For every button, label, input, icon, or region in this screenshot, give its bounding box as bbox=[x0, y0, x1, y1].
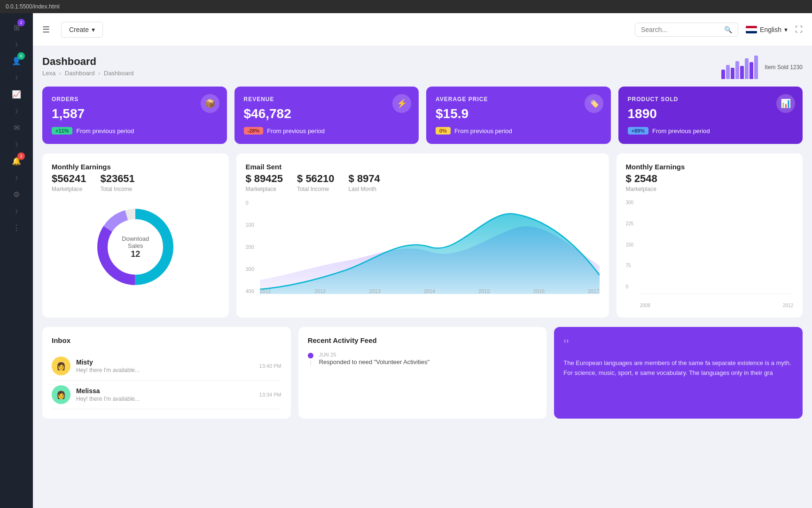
stat-card-revenue: REVENUE $46,782 ⚡ -28% From previous per… bbox=[234, 87, 419, 144]
sidebar-icon-home[interactable]: ⊞ 2 bbox=[7, 18, 26, 37]
bar-chart-bars bbox=[640, 200, 794, 294]
donut-label: Download Sales bbox=[114, 235, 156, 249]
search-icon: 🔍 bbox=[724, 26, 732, 33]
sidebar-icon-settings[interactable]: ⚙ bbox=[7, 185, 26, 204]
language-label: English bbox=[760, 26, 781, 33]
sidebar-icon-bell[interactable]: 🔔 2 bbox=[7, 151, 26, 170]
activity-dot-1 bbox=[308, 353, 313, 358]
area-chart-container: 400 300 200 100 0 bbox=[246, 200, 600, 308]
avg-price-label: AVERAGE PRICE bbox=[436, 96, 601, 103]
email-total-income-value: $ 56210 bbox=[297, 173, 335, 185]
page-content: Dashboard Lexa › Dashboard › Dashboard bbox=[33, 46, 812, 508]
bar-y-300: 300 bbox=[626, 200, 639, 205]
orders-label: ORDERS bbox=[52, 96, 218, 103]
search-box: 🔍 bbox=[635, 23, 738, 37]
activity-content-1: JUN 25 Responded to need "Volunteer Acti… bbox=[319, 352, 429, 365]
breadcrumb-level2[interactable]: Dashboard bbox=[104, 70, 134, 77]
quote-panel: " The European languages are members of … bbox=[554, 327, 803, 419]
hamburger-menu-icon[interactable]: ☰ bbox=[42, 24, 50, 35]
sidebar-icon-more[interactable]: ⋮ bbox=[7, 218, 26, 237]
x-label-2011: 2011 bbox=[260, 288, 271, 294]
bar-y-225: 225 bbox=[626, 221, 639, 226]
inbox-item-melissa[interactable]: 👩 Melissa Hey! there I'm available... 13… bbox=[52, 381, 281, 409]
sidebar-badge-purple: 2 bbox=[17, 19, 25, 26]
sidebar-icon-mail[interactable]: ✉ bbox=[7, 118, 26, 137]
inbox-name-melissa: Melissa bbox=[76, 387, 254, 395]
browser-url: 0.0.1:5500/index.html bbox=[6, 3, 60, 10]
x-label-2014: 2014 bbox=[424, 288, 435, 294]
avg-price-badge: 0% bbox=[436, 127, 451, 135]
avg-price-footer: 0% From previous period bbox=[436, 127, 601, 135]
breadcrumb-sep-2: › bbox=[98, 70, 100, 77]
y-label-200: 200 bbox=[246, 244, 260, 250]
y-label-300: 300 bbox=[246, 266, 260, 272]
activity-timeline bbox=[308, 352, 313, 365]
inbox-title: Inbox bbox=[52, 336, 281, 344]
orders-icon: 📦 bbox=[201, 94, 219, 113]
breadcrumb-sep-1: › bbox=[59, 70, 61, 77]
inbox-time-misty: 13:40 PM bbox=[259, 363, 281, 369]
mini-bar-2 bbox=[726, 65, 730, 79]
flag-icon bbox=[746, 26, 757, 33]
search-input[interactable] bbox=[641, 26, 720, 33]
sidebar-icon-users[interactable]: 👤 6 bbox=[7, 51, 26, 70]
inbox-msg-misty: Hey! there I'm available... bbox=[76, 367, 254, 373]
page-title: Dashboard bbox=[42, 56, 134, 68]
inbox-item-misty[interactable]: 👩 Misty Hey! there I'm available... 13:4… bbox=[52, 352, 281, 381]
y-label-0: 0 bbox=[246, 200, 260, 206]
area-chart-area: 2011 2012 2013 2014 2015 2016 2017 bbox=[260, 200, 600, 294]
stat-cards-container: ORDERS 1,587 📦 +11% From previous period… bbox=[42, 87, 803, 144]
breadcrumb: Lexa › Dashboard › Dashboard bbox=[42, 70, 134, 77]
inbox-panel: Inbox 👩 Misty Hey! there I'm available..… bbox=[42, 327, 291, 419]
item-sold-label: Item Sold 1230 bbox=[765, 64, 803, 71]
monthly-earnings-right-stats: $ 2548 Marketplace bbox=[626, 173, 794, 192]
monthly-earnings-title: Monthly Earnings bbox=[52, 163, 219, 171]
mini-bar-chart bbox=[721, 56, 758, 79]
sidebar-chevron-6: ❯ bbox=[0, 206, 33, 215]
email-marketplace-label: Marketplace bbox=[246, 186, 283, 192]
panels-row: Monthly Earnings $56241 Marketplace $236… bbox=[42, 153, 803, 318]
browser-bar: 0.0.1:5500/index.html bbox=[0, 0, 812, 13]
monthly-earnings-stats: $56241 Marketplace $23651 Total Income bbox=[52, 173, 219, 192]
activity-item-1: JUN 25 Responded to need "Volunteer Acti… bbox=[308, 352, 538, 365]
inbox-info-melissa: Melissa Hey! there I'm available... bbox=[76, 387, 254, 402]
sidebar-chevron-1: ❯ bbox=[0, 40, 33, 48]
email-last-month-value: $ 8974 bbox=[349, 173, 380, 185]
lang-chevron-icon: ▾ bbox=[784, 26, 788, 33]
x-label-2016: 2016 bbox=[533, 288, 545, 294]
fullscreen-icon[interactable]: ⛶ bbox=[795, 25, 803, 34]
total-income-stat: $23651 Total Income bbox=[100, 173, 134, 192]
stat-card-orders: ORDERS 1,587 📦 +11% From previous period bbox=[42, 87, 227, 144]
language-selector[interactable]: English ▾ bbox=[746, 26, 788, 33]
bar-x-2008: 2008 bbox=[640, 303, 650, 308]
sidebar-icon-chart[interactable]: 📈 bbox=[7, 85, 26, 103]
donut-center: Download Sales 12 bbox=[114, 235, 156, 259]
x-label-2015: 2015 bbox=[478, 288, 490, 294]
bar-chart-container: 0 75 150 225 300 bbox=[626, 200, 794, 308]
email-sent-panel: Email Sent $ 89425 Marketplace $ 56210 T… bbox=[236, 153, 609, 318]
revenue-value: $46,782 bbox=[244, 106, 410, 121]
quote-icon: " bbox=[563, 336, 793, 354]
revenue-label: REVENUE bbox=[244, 96, 410, 103]
sidebar-chevron-3: ❯ bbox=[0, 106, 33, 115]
product-sold-icon: 📊 bbox=[776, 94, 795, 113]
y-label-100: 100 bbox=[246, 222, 260, 228]
x-label-2017: 2017 bbox=[588, 288, 599, 294]
sidebar-chevron-5: ❯ bbox=[0, 173, 33, 182]
email-marketplace-stat: $ 89425 Marketplace bbox=[246, 173, 283, 192]
quote-text: The European languages are members of th… bbox=[563, 358, 793, 378]
create-button[interactable]: Create ▾ bbox=[61, 22, 103, 38]
bar-y-0: 0 bbox=[626, 284, 639, 289]
bottom-row: Inbox 👩 Misty Hey! there I'm available..… bbox=[42, 327, 803, 419]
breadcrumb-root[interactable]: Lexa bbox=[42, 70, 55, 77]
product-sold-footer-text: From previous period bbox=[652, 127, 710, 135]
x-label-2012: 2012 bbox=[314, 288, 326, 294]
create-chevron-icon: ▾ bbox=[92, 26, 95, 33]
inbox-info-misty: Misty Hey! there I'm available... bbox=[76, 358, 254, 373]
email-marketplace-value: $ 89425 bbox=[246, 173, 283, 185]
product-sold-badge: +89% bbox=[628, 127, 648, 135]
sidebar: ⊞ 2 ❯ 👤 6 ❯ 📈 ❯ ✉ ❯ 🔔 2 ❯ ⚙ ❯ ⋮ bbox=[0, 13, 33, 508]
breadcrumb-level1[interactable]: Dashboard bbox=[65, 70, 95, 77]
sidebar-chevron-2: ❯ bbox=[0, 73, 33, 82]
product-sold-footer: +89% From previous period bbox=[628, 127, 794, 135]
